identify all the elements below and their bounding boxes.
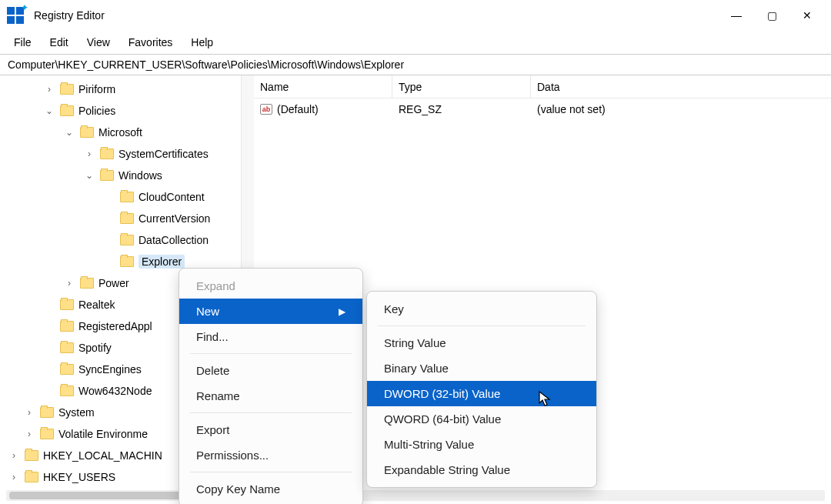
tree-expander-icon[interactable]: › [83,149,95,159]
tree-item[interactable]: ›Piriform [0,78,241,100]
menu-item-label: String Value [384,336,446,349]
tree-item[interactable]: DataCollection [0,229,241,251]
menu-item[interactable]: DWORD (32-bit) Value [367,381,596,406]
tree-item-label: Wow6432Node [78,385,152,397]
list-row[interactable]: ab (Default) REG_SZ (value not set) [254,98,831,120]
tree-item-label: Volatile Environme [58,428,148,440]
menu-item-label: New [196,305,219,318]
folder-icon [60,342,74,353]
menu-item[interactable]: Rename [179,383,362,409]
window-controls: — ▢ ✕ [719,3,825,28]
tree-item-label: SystemCertificates [118,148,209,160]
tree-expander-icon[interactable]: › [43,84,55,95]
maximize-button[interactable]: ▢ [754,3,789,28]
menu-item[interactable]: Delete [179,358,362,383]
menu-item-label: Permissions... [196,449,269,462]
tree-item-label: Piriform [78,83,115,95]
close-button[interactable]: ✕ [789,3,825,28]
tree-item-label: System [58,406,95,419]
folder-icon [40,429,54,439]
folder-icon [60,84,74,95]
tree-item[interactable]: ⌄Microsoft [0,122,241,143]
menu-item[interactable]: QWORD (64-bit) Value [367,406,596,432]
tree-item-label: DataCollection [138,234,209,246]
folder-icon [120,213,134,224]
address-path: Computer\HKEY_CURRENT_USER\Software\Poli… [8,58,404,71]
menu-separator [190,353,352,354]
tree-item-label: Policies [78,105,115,117]
menu-item: Expand [179,273,362,299]
folder-icon [40,407,54,418]
menu-separator [378,325,586,326]
menu-item-label: DWORD (32-bit) Value [384,387,500,400]
tree-item-label: Realtek [78,299,115,311]
menu-item-label: Expandable String Value [384,463,510,476]
tree-item[interactable]: CurrentVersion [0,208,241,229]
menu-item[interactable]: Binary Value [367,355,596,381]
address-bar[interactable]: Computer\HKEY_CURRENT_USER\Software\Poli… [0,54,831,75]
menu-file[interactable]: File [6,33,39,52]
col-name[interactable]: Name [254,75,392,98]
tree-item-label: CurrentVersion [138,212,210,225]
tree-item-label: HKEY_USERS [43,471,115,483]
menu-item[interactable]: Export [179,417,362,442]
folder-icon [80,278,94,289]
menu-item[interactable]: Multi-String Value [367,432,596,457]
tree-expander-icon[interactable]: › [23,407,35,418]
menu-item[interactable]: Copy Key Name [179,476,362,502]
menu-help[interactable]: Help [183,33,221,52]
folder-icon [25,450,38,461]
tree-expander-icon[interactable]: › [63,278,75,289]
folder-icon [100,149,114,159]
folder-icon [60,299,74,310]
menu-item-label: Copy Key Name [196,482,280,496]
menu-favorites[interactable]: Favorites [121,33,181,52]
folder-icon [120,256,134,267]
menu-separator [190,472,352,472]
horizontal-scrollbar[interactable] [6,490,825,501]
titlebar: ✦ Registry Editor — ▢ ✕ [0,0,831,31]
tree-expander-icon[interactable]: › [8,450,20,461]
tree-item-label: RegisteredAppl [78,320,152,332]
tree-expander-icon[interactable]: › [23,429,35,439]
tree-expander-icon[interactable]: ⌄ [63,127,75,138]
menu-item-label: Multi-String Value [384,438,474,451]
menu-edit[interactable]: Edit [42,33,76,52]
menu-item[interactable]: String Value [367,330,596,355]
menu-view[interactable]: View [79,33,118,52]
window-title: Registry Editor [34,9,719,22]
minimize-button[interactable]: — [719,3,754,28]
menu-item[interactable]: New▶ [179,299,362,324]
col-data[interactable]: Data [531,75,831,98]
menu-item-label: Delete [196,364,229,377]
submenu-arrow-icon: ▶ [339,306,345,317]
folder-icon [60,105,74,116]
tree-expander-icon[interactable]: › [8,472,20,482]
folder-icon [60,321,74,332]
value-data: (value not set) [531,98,831,120]
menu-separator [190,412,352,413]
menu-item[interactable]: Permissions... [179,442,362,468]
folder-icon [60,364,74,375]
tree-item[interactable]: ⌄Windows [0,165,241,186]
tree-item[interactable]: ⌄Policies [0,100,241,122]
menu-item-label: Find... [196,330,229,343]
menu-item-label: Export [196,423,229,436]
menu-item[interactable]: Key [367,296,596,322]
folder-icon [120,235,134,245]
menu-item[interactable]: Expandable String Value [367,457,596,482]
tree-item-label: CloudContent [138,191,205,203]
tree-item-label: Windows [118,169,162,182]
tree-item[interactable]: CloudContent [0,186,241,208]
list-header: Name Type Data [254,75,831,98]
tree-item-label: Explorer [142,255,182,268]
tree-expander-icon[interactable]: ⌄ [83,170,95,181]
menu-item-label: Rename [196,389,240,402]
menu-item[interactable]: Find... [179,324,362,349]
folder-icon [80,127,94,138]
tree-item[interactable]: ›SystemCertificates [0,143,241,165]
context-submenu-new: KeyString ValueBinary ValueDWORD (32-bit… [366,291,597,488]
col-type[interactable]: Type [392,75,531,98]
tree-expander-icon[interactable]: ⌄ [43,105,55,116]
tree-item-label: Microsoft [98,126,142,139]
